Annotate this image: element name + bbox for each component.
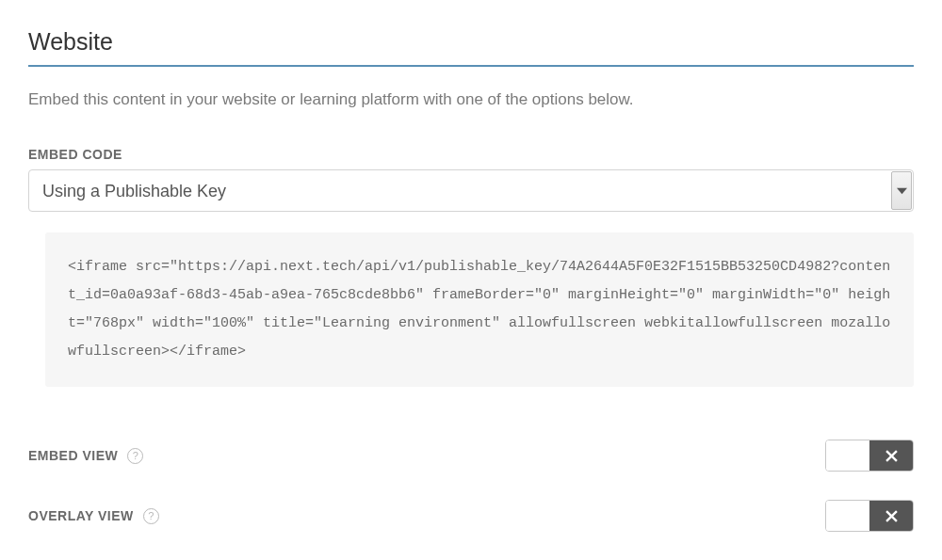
section-description: Embed this content in your website or le…	[28, 90, 914, 109]
embed-view-toggle[interactable]	[825, 440, 914, 472]
embed-view-toggle-off[interactable]	[826, 440, 869, 471]
embed-view-row: EMBED VIEW ?	[28, 440, 914, 472]
overlay-view-label: OVERLAY VIEW	[28, 508, 134, 523]
embed-view-toggle-on[interactable]	[869, 440, 913, 471]
embed-view-label: EMBED VIEW	[28, 448, 118, 463]
help-icon[interactable]: ?	[143, 508, 159, 524]
embed-code-select-wrap: Using a Publishable Key	[28, 169, 914, 212]
overlay-view-label-group: OVERLAY VIEW ?	[28, 508, 159, 524]
embed-code-label: EMBED CODE	[28, 147, 914, 162]
close-icon	[885, 450, 898, 462]
embed-view-label-group: EMBED VIEW ?	[28, 448, 143, 464]
embed-code-snippet[interactable]: <iframe src="https://api.next.tech/api/v…	[45, 232, 914, 387]
embed-code-select[interactable]: Using a Publishable Key	[28, 169, 914, 212]
section-title: Website	[28, 28, 914, 67]
overlay-view-toggle[interactable]	[825, 500, 914, 532]
overlay-view-toggle-off[interactable]	[826, 501, 869, 531]
overlay-view-toggle-on[interactable]	[869, 501, 913, 531]
help-icon[interactable]: ?	[127, 448, 143, 464]
close-icon	[885, 510, 898, 522]
overlay-view-row: OVERLAY VIEW ?	[28, 500, 914, 532]
